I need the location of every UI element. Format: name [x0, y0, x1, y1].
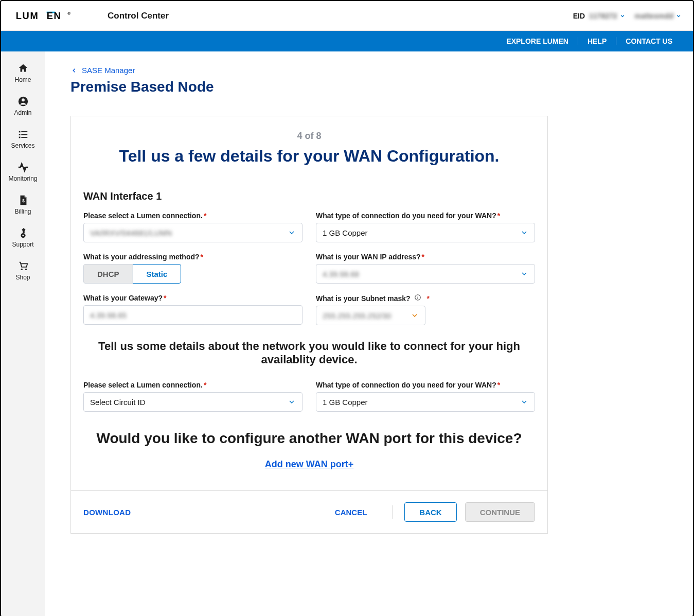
cancel-button[interactable]: CANCEL [321, 502, 382, 522]
wan1-subnet-select[interactable]: 255.255.255.252/30 [316, 306, 425, 325]
wizard-card: 4 of 8 Tell us a few details for your WA… [70, 116, 548, 534]
user-dropdown[interactable]: matteomdd [635, 12, 682, 20]
sidenav-item-services[interactable]: Services [1, 122, 45, 155]
svg-text:®: ® [68, 11, 71, 16]
wan1-subnet-value: 255.255.255.252/30 [323, 311, 411, 320]
footer-separator [393, 505, 393, 519]
cart-icon [17, 260, 29, 272]
svg-text:EN: EN [47, 11, 62, 21]
step-indicator: 4 of 8 [83, 131, 535, 142]
chevron-down-icon [411, 311, 419, 320]
wan1-ip-value: 4.39.98.68 [323, 270, 520, 278]
wan1-connection-label: Please select a Lumen connection.* [83, 212, 302, 220]
svg-text:$: $ [22, 199, 25, 203]
chevron-down-icon [520, 270, 528, 278]
sidenav-item-admin[interactable]: Admin [1, 90, 45, 122]
continue-button[interactable]: CONTINUE [465, 502, 535, 522]
invoice-icon: $ [17, 195, 29, 206]
wan1-connection-select[interactable]: VA/IRXV/044681/LUMN [83, 223, 302, 242]
user-name: matteomdd [635, 12, 673, 20]
wan1-gateway-label: What is your Gateway?* [83, 294, 302, 302]
ha-connection-value: Select Circuit ID [90, 398, 288, 407]
wan1-connection-value: VA/IRXV/044681/LUMN [90, 228, 288, 237]
ha-connection-select[interactable]: Select Circuit ID [83, 392, 302, 412]
svg-rect-8 [19, 134, 20, 135]
activity-icon [17, 162, 29, 173]
sidenav-item-shop[interactable]: Shop [1, 254, 45, 287]
ha-conntype-select[interactable]: 1 GB Copper [316, 392, 535, 412]
sidenav-item-label: Admin [14, 109, 31, 116]
nav-explore-lumen[interactable]: EXPLORE LUMEN [497, 37, 578, 45]
ha-connection-label: Please select a Lumen connection.* [83, 381, 302, 389]
addressing-toggle: DHCP Static [83, 264, 302, 284]
chevron-down-icon [520, 398, 528, 406]
eid-dropdown[interactable]: 1178272 [589, 12, 626, 20]
sidenav-item-label: Shop [15, 274, 30, 281]
blue-nav-bar: EXPLORE LUMEN HELP CONTACT US [1, 31, 693, 51]
chevron-left-icon [70, 67, 78, 74]
svg-rect-9 [21, 134, 27, 135]
sidenav-item-label: Support [12, 241, 33, 248]
wan1-gateway-input[interactable]: 4.39.98.65 [83, 305, 302, 325]
sidenav-item-label: Services [11, 142, 34, 149]
info-icon[interactable] [414, 294, 421, 301]
back-button[interactable]: BACK [404, 502, 456, 522]
wan1-section-title: WAN Interface 1 [83, 190, 535, 202]
sidenav-item-billing[interactable]: $ Billing [1, 188, 45, 221]
sidenav-item-label: Billing [14, 208, 31, 215]
add-port-question: Would you like to configure another WAN … [83, 430, 535, 447]
gear-icon [17, 227, 29, 239]
svg-point-19 [418, 296, 418, 296]
sidenav-item-home[interactable]: Home [1, 57, 45, 90]
wan1-ip-label: What is your WAN IP address?* [316, 253, 535, 261]
svg-rect-11 [21, 137, 27, 138]
step-heading: Tell us a few details for your WAN Confi… [83, 147, 535, 166]
nav-help[interactable]: HELP [578, 37, 616, 45]
addressing-dhcp-button[interactable]: DHCP [83, 264, 133, 284]
svg-point-15 [21, 269, 22, 270]
chevron-down-icon [288, 228, 296, 237]
wan1-subnet-label: What is your Subnet mask? * [316, 294, 535, 303]
chevron-down-icon [520, 228, 528, 237]
side-nav: Home Admin Services Monitoring $ Billing… [1, 51, 45, 616]
svg-point-5 [22, 98, 25, 101]
sidenav-item-monitoring[interactable]: Monitoring [1, 155, 45, 188]
home-icon [17, 63, 29, 74]
wan1-conntype-select[interactable]: 1 GB Copper [316, 223, 535, 242]
top-bar: LUMEN® Control Center EID 1178272 matteo… [1, 1, 693, 31]
chevron-down-icon [619, 13, 626, 19]
user-icon [17, 96, 29, 107]
chevron-down-icon [288, 398, 296, 406]
eid-label: EID [573, 12, 585, 20]
app-title: Control Center [108, 11, 169, 21]
breadcrumb-label: SASE Manager [82, 66, 135, 75]
svg-rect-6 [19, 131, 20, 133]
ha-conntype-value: 1 GB Copper [323, 398, 520, 407]
wan1-conntype-label: What type of connection do you need for … [316, 212, 535, 220]
wan1-gateway-value: 4.39.98.65 [90, 311, 127, 320]
svg-text:LUM: LUM [16, 11, 39, 21]
svg-rect-7 [21, 131, 27, 132]
add-wan-port-link[interactable]: Add new WAN port+ [83, 459, 535, 470]
wan1-conntype-value: 1 GB Copper [323, 228, 520, 237]
wan1-ip-select[interactable]: 4.39.98.68 [316, 264, 535, 284]
ha-section-message: Tell us some details about the network y… [83, 340, 535, 366]
list-icon [17, 129, 29, 140]
breadcrumb-back[interactable]: SASE Manager [70, 66, 672, 75]
chevron-down-icon [675, 13, 682, 19]
svg-point-14 [22, 235, 24, 236]
ha-conntype-label: What type of connection do you need for … [316, 381, 535, 389]
nav-contact-us[interactable]: CONTACT US [616, 37, 682, 45]
page-title: Premise Based Node [70, 79, 672, 95]
download-link[interactable]: DOWNLOAD [83, 508, 131, 517]
svg-point-16 [25, 269, 26, 270]
sidenav-item-label: Home [14, 76, 31, 83]
svg-rect-10 [19, 137, 20, 138]
sidenav-item-label: Monitoring [8, 175, 37, 182]
addressing-static-button[interactable]: Static [133, 264, 182, 284]
eid-value: 1178272 [589, 12, 617, 20]
wizard-footer: DOWNLOAD CANCEL BACK CONTINUE [71, 490, 547, 533]
sidenav-item-support[interactable]: Support [1, 221, 45, 254]
lumen-logo: LUMEN® [12, 11, 79, 21]
wan1-addressing-label: What is your addressing method?* [83, 253, 302, 261]
